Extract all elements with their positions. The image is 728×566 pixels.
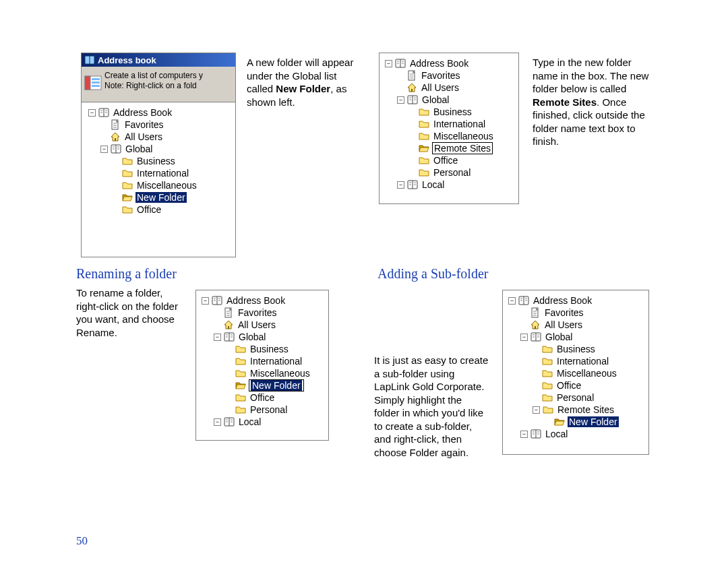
window-title: Address book bbox=[98, 55, 156, 65]
folder-open-icon bbox=[419, 143, 429, 154]
book-icon bbox=[224, 416, 235, 427]
tree-row[interactable]: Miscellaneous bbox=[382, 130, 516, 142]
tree-row[interactable]: −Local bbox=[506, 428, 646, 440]
doc-icon bbox=[223, 307, 234, 318]
tree-row[interactable]: Office bbox=[382, 154, 516, 166]
tree-row[interactable]: −Local bbox=[382, 179, 516, 191]
tree-row[interactable]: −Address Book bbox=[382, 57, 516, 69]
para-new-folder: A new folder will appear under the Globa… bbox=[247, 56, 355, 108]
folder-icon bbox=[542, 356, 553, 367]
folder-icon bbox=[235, 404, 246, 415]
tree-row[interactable]: −Global bbox=[199, 331, 326, 343]
tree-row[interactable]: Personal bbox=[506, 391, 646, 404]
tree-row[interactable]: Miscellaneous bbox=[506, 367, 646, 379]
folder-icon bbox=[543, 404, 553, 415]
home-icon bbox=[406, 82, 417, 93]
tree-row[interactable]: All Users bbox=[84, 131, 233, 143]
tree-row[interactable]: −Address Book bbox=[84, 106, 233, 119]
folder-icon bbox=[419, 155, 429, 166]
doc-icon bbox=[406, 70, 417, 81]
tree-row[interactable]: International bbox=[506, 355, 646, 367]
tree-row[interactable]: New Folder bbox=[84, 191, 233, 203]
folder-open-icon bbox=[554, 416, 565, 427]
panel-tree4: −Address Book Favorites All Users −Globa… bbox=[502, 290, 649, 455]
tree-row[interactable]: Business bbox=[199, 343, 326, 355]
doc-icon bbox=[530, 307, 541, 318]
panel-tree3: −Address Book Favorites All Users −Globa… bbox=[379, 53, 519, 204]
collapse-icon[interactable]: − bbox=[214, 418, 221, 426]
tree-row[interactable]: Office bbox=[84, 203, 233, 216]
book-icon bbox=[395, 58, 406, 69]
tree-row[interactable]: Business bbox=[506, 343, 646, 355]
tree-row[interactable]: All Users bbox=[382, 82, 516, 94]
tree-row[interactable]: All Users bbox=[199, 319, 326, 331]
tree-row[interactable]: −Remote Sites bbox=[506, 404, 646, 416]
tree-row[interactable]: Miscellaneous bbox=[199, 367, 326, 379]
book-icon bbox=[518, 295, 529, 306]
book-icon bbox=[407, 94, 418, 105]
folder-icon bbox=[419, 167, 429, 178]
para-subfolder: It is just as easy to create a sub-folde… bbox=[374, 354, 489, 459]
tree-row[interactable]: All Users bbox=[506, 319, 646, 331]
tree-row[interactable]: International bbox=[84, 167, 233, 179]
tree-row[interactable]: Miscellaneous bbox=[84, 179, 233, 191]
collapse-icon[interactable]: − bbox=[520, 431, 528, 438]
folder-icon bbox=[235, 392, 246, 403]
folder-icon bbox=[122, 204, 133, 215]
collapse-icon[interactable]: − bbox=[202, 297, 209, 305]
collapse-icon[interactable]: − bbox=[100, 146, 108, 153]
tree-row[interactable]: −Global bbox=[84, 143, 233, 155]
tree-row[interactable]: International bbox=[199, 355, 326, 367]
titlebar: Address book bbox=[81, 53, 236, 67]
tree-row[interactable]: −Address Book bbox=[506, 294, 646, 307]
tree-row[interactable]: Business bbox=[382, 106, 516, 118]
tree-4: −Address Book Favorites All Users −Globa… bbox=[503, 290, 648, 443]
rename-input[interactable]: New Folder bbox=[249, 379, 304, 391]
collapse-icon[interactable]: − bbox=[397, 181, 404, 189]
tree-row[interactable]: Favorites bbox=[84, 119, 233, 131]
book-icon bbox=[212, 295, 222, 306]
folder-icon bbox=[419, 131, 429, 142]
collapse-icon[interactable]: − bbox=[88, 109, 96, 117]
rename-input[interactable]: Remote Sites bbox=[432, 142, 493, 154]
tree-row[interactable]: International bbox=[382, 118, 516, 130]
folder-icon bbox=[235, 368, 246, 379]
collapse-icon[interactable]: − bbox=[385, 60, 392, 67]
collapse-icon[interactable]: − bbox=[397, 96, 404, 104]
tree-row[interactable]: Favorites bbox=[382, 69, 516, 82]
collapse-icon[interactable]: − bbox=[533, 406, 540, 414]
folder-icon bbox=[419, 106, 429, 117]
collapse-icon[interactable]: − bbox=[508, 297, 516, 305]
collapse-icon[interactable]: − bbox=[520, 334, 528, 341]
collapse-icon[interactable]: − bbox=[214, 334, 221, 341]
tree-row[interactable]: Office bbox=[506, 379, 646, 391]
book-icon bbox=[407, 179, 418, 190]
tree-row[interactable]: −Address Book bbox=[199, 294, 326, 307]
doc-icon bbox=[110, 119, 121, 130]
hint-strip: Create a list of computers y Note: Right… bbox=[81, 67, 236, 102]
book-icon bbox=[111, 144, 121, 154]
home-icon bbox=[530, 319, 541, 330]
book-icon bbox=[530, 429, 541, 439]
tree-2: −Address Book Favorites All Users −Globa… bbox=[196, 290, 328, 431]
list-icon bbox=[84, 73, 102, 92]
tree-row[interactable]: Business bbox=[84, 155, 233, 167]
tree-row[interactable]: Remote Sites bbox=[382, 142, 516, 154]
folder-icon bbox=[542, 368, 553, 379]
tree-row[interactable]: New Folder bbox=[199, 379, 326, 391]
book-icon bbox=[98, 107, 109, 118]
tree-row[interactable]: Personal bbox=[382, 166, 516, 179]
book-icon bbox=[530, 332, 541, 342]
tree-row[interactable]: Favorites bbox=[199, 307, 326, 319]
tree-row[interactable]: −Local bbox=[199, 416, 326, 428]
tree-row[interactable]: −Global bbox=[382, 94, 516, 106]
tree-row[interactable]: Personal bbox=[199, 404, 326, 416]
folder-icon bbox=[542, 380, 553, 391]
tree-row[interactable]: −Global bbox=[506, 331, 646, 343]
hint-line2: Note: Right-click on a fold bbox=[104, 81, 197, 90]
folder-open-icon bbox=[122, 192, 133, 203]
tree-row[interactable]: Office bbox=[199, 391, 326, 404]
tree-row[interactable]: New Folder bbox=[506, 416, 646, 428]
folder-icon bbox=[419, 119, 429, 129]
tree-row[interactable]: Favorites bbox=[506, 307, 646, 319]
